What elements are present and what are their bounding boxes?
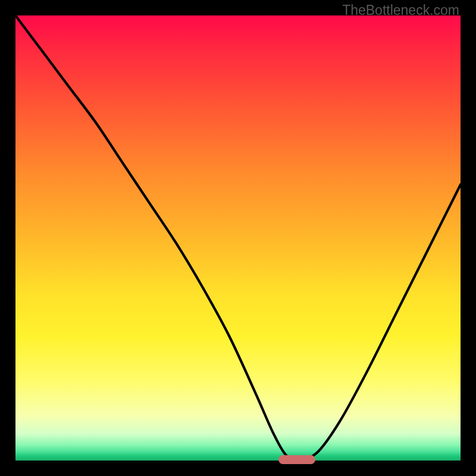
bottleneck-curve [15, 15, 461, 461]
plot-area [15, 15, 461, 461]
chart-frame: TheBottleneck.com [0, 0, 476, 476]
optimal-marker [278, 455, 315, 464]
